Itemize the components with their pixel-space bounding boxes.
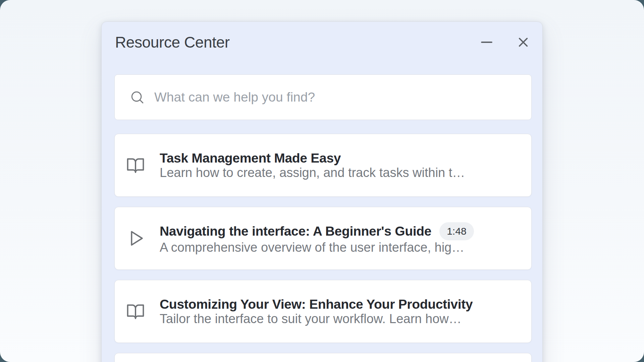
card-text: Customizing Your View: Enhance Your Prod… <box>160 297 519 326</box>
app-screen: Resource Center <box>0 0 644 362</box>
card-title: Customizing Your View: Enhance Your Prod… <box>160 297 473 312</box>
card-description: Learn how to create, assign, and track t… <box>160 166 465 180</box>
resource-list: Task Management Made Easy Learn how to c… <box>114 134 532 362</box>
card-title: Navigating the interface: A Beginner's G… <box>160 224 431 239</box>
card-description: A comprehensive overview of the user int… <box>160 240 464 254</box>
book-open-icon <box>126 302 145 321</box>
card-text: Task Management Made Easy Learn how to c… <box>160 151 519 180</box>
resource-card[interactable]: Navigating the interface: A Beginner's G… <box>114 207 532 270</box>
duration-badge: 1:48 <box>439 222 474 240</box>
close-icon <box>518 37 529 48</box>
resource-center-panel: Resource Center <box>101 21 543 362</box>
close-button[interactable] <box>518 37 529 48</box>
minimize-icon <box>480 36 493 49</box>
card-description: Tailor the interface to suit your workfl… <box>160 312 462 326</box>
minimize-button[interactable] <box>480 36 493 49</box>
resource-card[interactable]: Task Management Made Easy Learn how to c… <box>114 134 532 197</box>
panel-title: Resource Center <box>115 33 230 51</box>
book-open-icon <box>126 156 145 175</box>
resource-card[interactable]: Customizing Your View: Enhance Your Prod… <box>114 280 532 343</box>
panel-header: Resource Center <box>115 22 529 63</box>
search-input[interactable] <box>154 75 531 120</box>
card-title: Task Management Made Easy <box>160 151 341 166</box>
window-controls <box>480 36 529 49</box>
resource-card-partial[interactable] <box>114 353 532 362</box>
search-icon <box>129 89 145 105</box>
search-box <box>114 74 532 120</box>
card-text: Navigating the interface: A Beginner's G… <box>160 222 519 255</box>
play-icon <box>126 229 145 248</box>
